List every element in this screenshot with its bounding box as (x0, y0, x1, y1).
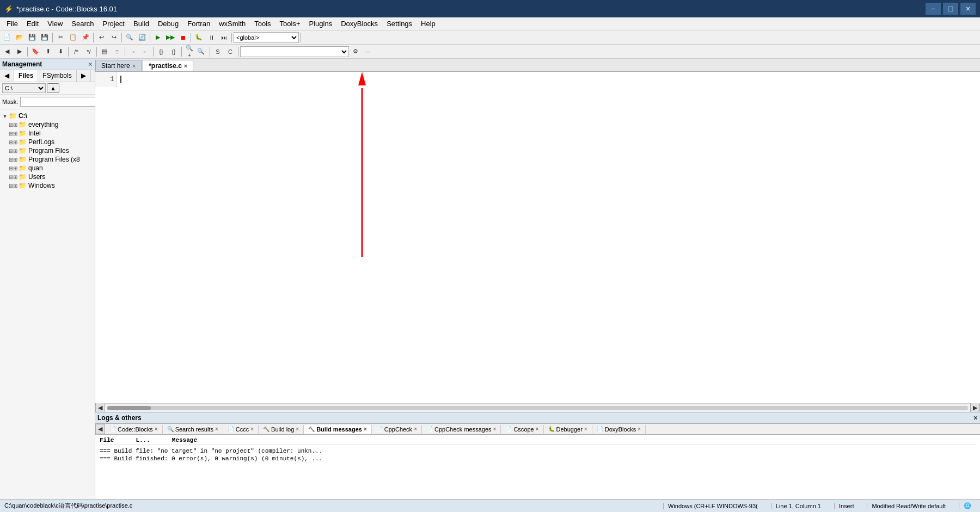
menu-item-fortran[interactable]: Fortran (183, 18, 215, 29)
tree-item-quan[interactable]: ⊞⊞ 📁 quan (1, 164, 94, 172)
unindent-button[interactable]: ← (139, 46, 151, 58)
fold-button[interactable]: ▤ (99, 46, 111, 58)
tree-item-programfilesx86[interactable]: ⊞⊞ 📁 Program Files (x8 (1, 155, 94, 164)
bottom-tab-doxyblocks[interactable]: 📄 DoxyBlocks × (592, 425, 646, 434)
bookmark-toggle[interactable]: 🔖 (29, 46, 41, 58)
indent-button[interactable]: → (127, 46, 139, 58)
tab-close[interactable]: × (536, 426, 539, 432)
tree-item-programfiles[interactable]: ⊞⊞ 📁 Program Files (1, 146, 94, 155)
save-all-button[interactable]: 💾 (39, 32, 51, 44)
replace-button[interactable]: 🔄 (136, 32, 148, 44)
close-button[interactable]: × (960, 3, 976, 15)
drive-selector[interactable]: C:\ (2, 83, 46, 93)
scrollbar-track[interactable] (107, 406, 968, 410)
menu-item-tools[interactable]: Tools (250, 18, 275, 29)
debug-button[interactable]: 🐛 (193, 32, 205, 44)
next-bookmark[interactable]: ⬇ (54, 46, 66, 58)
minimize-button[interactable]: − (926, 3, 941, 15)
tab-close[interactable]: × (155, 426, 158, 432)
open-button[interactable]: 📂 (14, 32, 26, 44)
match-brace[interactable]: {} (155, 46, 167, 58)
tab-close[interactable]: × (364, 426, 367, 432)
settings-button[interactable]: ⚙ (350, 46, 362, 58)
tab-close-practise[interactable]: × (184, 63, 187, 69)
c-button[interactable]: C (224, 46, 236, 58)
bottom-tab-buildlog[interactable]: 🔨 Build log × (259, 425, 304, 434)
find-button[interactable]: 🔍 (124, 32, 136, 44)
forward-button[interactable]: ▶ (14, 46, 26, 58)
menu-item-plugins[interactable]: Plugins (305, 18, 337, 29)
menu-item-edit[interactable]: Edit (22, 18, 43, 29)
comment-button[interactable]: /* (70, 46, 82, 58)
menu-item-file[interactable]: File (2, 18, 22, 29)
paste-button[interactable]: 📌 (79, 32, 91, 44)
menu-item-search[interactable]: Search (67, 18, 98, 29)
bottom-tabs-scroll-left[interactable]: ◀ (95, 424, 105, 434)
save-button[interactable]: 💾 (26, 32, 38, 44)
prev-bookmark[interactable]: ⬆ (42, 46, 54, 58)
bottom-tab-cccc[interactable]: 📄 Cccc × (223, 425, 259, 434)
horizontal-scrollbar[interactable]: ◀ ▶ (95, 403, 980, 412)
next-button[interactable]: ⏭ (218, 32, 230, 44)
build-button[interactable]: ▶ (152, 32, 164, 44)
editor-content[interactable]: 1 (95, 72, 980, 403)
tab-close[interactable]: × (250, 426, 254, 432)
tree-root[interactable]: ▼ 📁 C:\ (1, 112, 94, 120)
bottom-tab-cscope[interactable]: 📄 Cscope × (501, 425, 543, 434)
tree-item-windows[interactable]: ⊞⊞ 📁 Windows (1, 181, 94, 190)
bottom-tab-buildmessages[interactable]: 🔨 Build messages × (304, 425, 372, 434)
stop-button[interactable]: ⏹ (177, 32, 189, 44)
zoom-in[interactable]: 🔍+ (183, 46, 195, 58)
select-brace[interactable]: {} (168, 46, 180, 58)
back-button[interactable]: ◀ (1, 46, 13, 58)
tab-start-here[interactable]: Start here × (95, 60, 142, 71)
tab-close[interactable]: × (215, 426, 218, 432)
menu-item-settings[interactable]: Settings (382, 18, 416, 29)
menu-item-debug[interactable]: Debug (154, 18, 183, 29)
undo-button[interactable]: ↩ (95, 32, 107, 44)
sidebar-up-button[interactable]: ▲ (47, 83, 59, 93)
menu-item-build[interactable]: Build (129, 18, 154, 29)
new-button[interactable]: 📄 (1, 32, 13, 44)
mask-input[interactable] (20, 97, 96, 107)
abort-button[interactable]: ⏸ (205, 32, 217, 44)
tree-item-intel[interactable]: ⊞⊞ 📁 Intel (1, 129, 94, 138)
tree-item-users[interactable]: ⊞⊞ 📁 Users (1, 172, 94, 181)
more-button[interactable]: ··· (362, 46, 374, 58)
tab-close[interactable]: × (414, 426, 417, 432)
sidebar-tab-files[interactable]: Files (14, 70, 38, 82)
s-button[interactable]: S (212, 46, 224, 58)
bottom-panel-close[interactable]: × (973, 414, 978, 422)
bottom-tab-codeblocks[interactable]: 📄 Code::Blocks × (105, 425, 163, 434)
menu-item-project[interactable]: Project (99, 18, 129, 29)
tab-close[interactable]: × (638, 426, 641, 432)
sidebar-tab-fsymbols[interactable]: FSymbols (38, 70, 76, 82)
tab-close[interactable]: × (584, 426, 587, 432)
zoom-out[interactable]: 🔍- (196, 46, 208, 58)
menu-item-help[interactable]: Help (416, 18, 440, 29)
tab-practise-c[interactable]: *practise.c × (143, 60, 193, 71)
sidebar-nav-next[interactable]: ▶ (77, 70, 91, 82)
scrollbar-thumb[interactable] (107, 406, 151, 410)
bottom-tab-cppcheck[interactable]: 📄 CppCheck × (372, 425, 422, 434)
bottom-tab-debugger[interactable]: 🐛 Debugger × (544, 425, 592, 434)
tree-item-perflogs[interactable]: ⊞⊞ 📁 PerfLogs (1, 138, 94, 146)
uncomment-button[interactable]: */ (83, 46, 95, 58)
redo-button[interactable]: ↪ (108, 32, 120, 44)
run-button[interactable]: ▶▶ (164, 32, 176, 44)
code-editor[interactable] (118, 72, 980, 87)
tree-item-everything[interactable]: ⊞⊞ 📁 everything (1, 120, 94, 129)
menu-item-wxsmith[interactable]: wxSmith (215, 18, 250, 29)
copy-button[interactable]: 📋 (67, 32, 79, 44)
cut-button[interactable]: ✂ (54, 32, 66, 44)
sidebar-nav-prev[interactable]: ◀ (0, 70, 14, 82)
bottom-tab-cppcheckmsg[interactable]: 📄 CppCheck messages × (422, 425, 501, 434)
tab-close-start[interactable]: × (132, 63, 136, 69)
global-combo[interactable]: <global> (234, 32, 299, 43)
bottom-tab-search[interactable]: 🔍 Search results × (163, 425, 223, 434)
maximize-button[interactable]: □ (943, 3, 958, 15)
tab-close[interactable]: × (493, 426, 497, 432)
menu-item-tools+[interactable]: Tools+ (275, 18, 305, 29)
menu-item-doxyblocks[interactable]: DoxyBlocks (336, 18, 382, 29)
unfold-button[interactable]: ≡ (111, 46, 123, 58)
